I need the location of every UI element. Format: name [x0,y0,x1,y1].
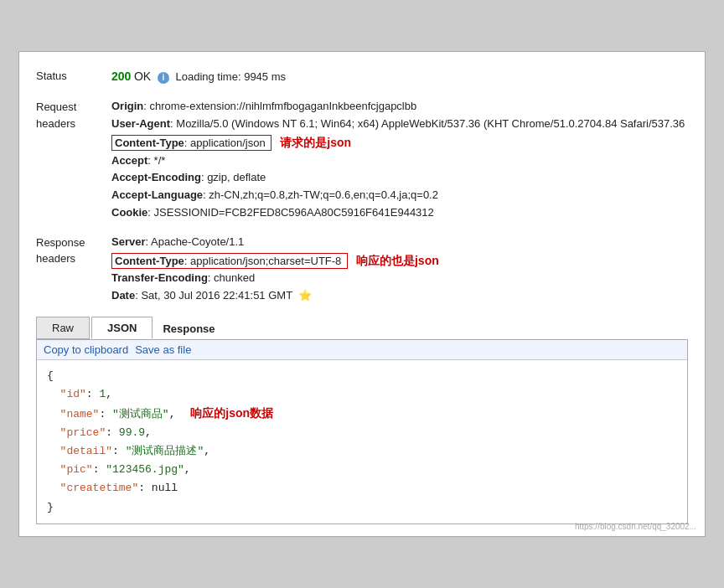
resp-contenttype-box: Content-Type: application/json;charset=U… [111,253,348,269]
save-as-file-link[interactable]: Save as file [135,343,191,356]
request-headers-label: Request headers [36,98,111,132]
tabs-row: Raw JSON Response [36,317,688,339]
json-display: { "id": 1, "name": "测试商品", 响应的json数据 "pr… [37,360,687,524]
json-note: 响应的json数据 [190,406,273,420]
useragent-line: User-Agent: Mozilla/5.0 (Windows NT 6.1;… [111,116,688,133]
status-label: Status [36,67,111,85]
info-icon[interactable]: i [158,72,169,84]
accept-line: Accept: */* [111,152,688,170]
contenttype-note: 请求的是json [280,136,351,149]
json-line-id: "id": 1, [47,385,677,404]
response-headers-row: Response headers Server: Apache-Coyote/1… [36,234,688,305]
contenttype-box: Content-Type: application/json [111,135,272,151]
json-line-close: } [47,498,677,517]
star-icon: ⭐ [298,289,312,302]
date-line: Date: Sat, 30 Jul 2016 22:41:51 GMT ⭐ [111,287,688,305]
language-line: Accept-Language: zh-CN,zh;q=0.8,zh-TW;q=… [111,187,688,204]
copy-to-clipboard-link[interactable]: Copy to clipboard [44,343,128,356]
response-body: Copy to clipboard Save as file { "id": 1… [36,339,688,524]
tab-json[interactable]: JSON [91,317,153,339]
json-line-open: { [47,367,677,385]
json-line-detail: "detail": "测试商品描述", [47,442,677,461]
response-headers-label: Response headers [36,234,111,267]
request-headers-value: Origin: chrome-extension://nihlmfmfbogag… [111,98,688,222]
resp-contenttype-note: 响应的也是json [356,254,439,267]
loading-time: Loading time: 9945 ms [175,70,286,83]
response-toolbar: Copy to clipboard Save as file [37,340,687,360]
cookie-line: Cookie: JSESSIONID=FCB2FED8C596AA80C5916… [111,204,688,222]
json-line-price: "price": 99.9, [47,424,677,442]
status-row: Status 200 OK i Loading time: 9945 ms [36,67,688,86]
watermark: https://blog.csdn.net/qq_32002... [575,522,696,531]
status-ok: OK [134,70,151,83]
contenttype-line: Content-Type: application/json 请求的是json [111,133,688,152]
origin-line: Origin: chrome-extension://nihlmfmfbogag… [111,98,688,116]
resp-contenttype-line: Content-Type: application/json;charset=U… [111,251,688,271]
json-line-pic: "pic": "123456.jpg", [47,461,677,479]
transfer-line: Transfer-Encoding: chunked [111,270,688,287]
status-value: 200 OK i Loading time: 9945 ms [111,67,688,86]
tab-raw[interactable]: Raw [36,317,90,339]
request-headers-row: Request headers Origin: chrome-extension… [36,98,688,222]
server-line: Server: Apache-Coyote/1.1 [111,234,688,251]
tab-response-label: Response [154,318,223,339]
response-headers-value: Server: Apache-Coyote/1.1 Content-Type: … [111,234,688,305]
status-code: 200 [111,70,131,83]
json-line-createtime: "createtime": null [47,479,677,498]
encoding-line: Accept-Encoding: gzip, deflate [111,169,688,187]
main-panel: Status 200 OK i Loading time: 9945 ms Re… [18,51,706,536]
json-line-name: "name": "测试商品", 响应的json数据 [47,404,677,424]
